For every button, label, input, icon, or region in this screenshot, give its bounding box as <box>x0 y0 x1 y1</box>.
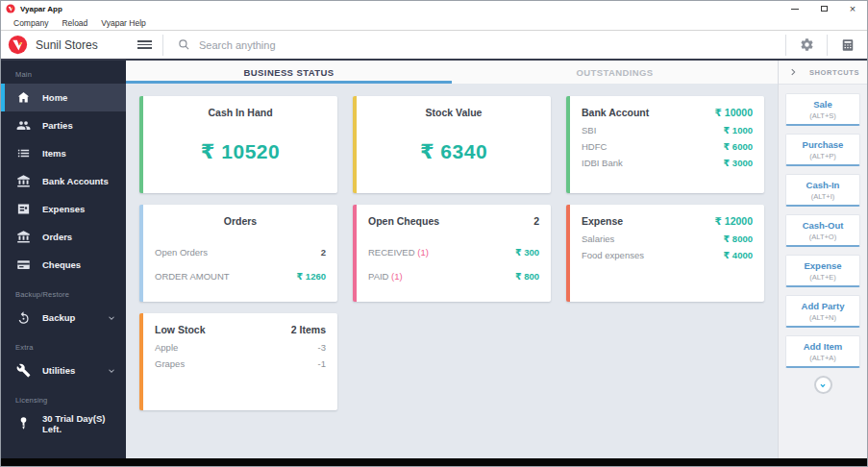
shortcuts-list: Sale (ALT+S) Purchase (ALT+P) Cash-In (A… <box>779 85 867 394</box>
shortcuts-title: SHORTCUTS <box>809 68 859 77</box>
low-stock-row: Grapes-1 <box>143 356 337 372</box>
shortcut-purchase-button[interactable]: Purchase (ALT+P) <box>785 134 860 166</box>
sidebar-item-label: Parties <box>42 120 73 131</box>
row-value: ₹ 300 <box>515 247 539 258</box>
sidebar-item-bank-accounts[interactable]: Bank Accounts <box>1 167 126 195</box>
sidebar-item-backup[interactable]: Backup <box>1 304 126 332</box>
row-label: HDFC <box>582 141 607 152</box>
card-orders[interactable]: Orders Open Orders2 ORDER AMOUNT₹ 1260 <box>139 205 337 302</box>
settings-gear-icon[interactable] <box>797 37 816 52</box>
row-value: ₹ 1000 <box>724 125 753 135</box>
row-label: SBI <box>582 125 596 135</box>
low-stock-count: 2 Items <box>291 324 326 335</box>
row-value: ₹ 4000 <box>724 250 753 260</box>
low-stock-row: Apple-3 <box>143 339 337 356</box>
divider <box>162 35 163 56</box>
row-label: PAID (1) <box>368 271 403 282</box>
shortcut-label: Cash-In <box>788 180 857 190</box>
cheque-row: PAID (1) ₹ 800 <box>357 264 551 288</box>
bank-icon <box>16 174 31 188</box>
row-label: Open Orders <box>155 247 208 258</box>
received-count: (1) <box>417 247 429 258</box>
tab-outstandings[interactable]: OUTSTANDINGS <box>452 61 778 84</box>
sidebar-section-backup: Backup/Restore <box>1 284 126 304</box>
sidebar-item-label: Items <box>42 148 66 159</box>
menu-vyapar-help[interactable]: Vyapar Help <box>101 18 145 28</box>
row-value: -1 <box>318 358 326 369</box>
cash-in-hand-value: ₹ 10520 <box>143 140 337 163</box>
sidebar-item-expenses[interactable]: Expenses <box>1 195 126 223</box>
sidebar-item-orders[interactable]: Orders <box>1 223 126 251</box>
sidebar-item-parties[interactable]: Parties <box>1 111 126 139</box>
app-body: Main Home Parties Items Bank Accounts Ex… <box>1 61 867 458</box>
card-title: Bank Account <box>582 107 649 118</box>
dashboard-cards: Cash In Hand ₹ 10520 Stock Value ₹ 6340 … <box>126 84 778 423</box>
close-button[interactable]: × <box>838 1 867 16</box>
shortcut-key: (ALT+S) <box>788 111 857 120</box>
sidebar-item-label: Orders <box>42 232 72 242</box>
parties-icon <box>16 118 31 133</box>
license-key-icon <box>16 416 31 430</box>
bank-row: HDFC₹ 6000 <box>570 138 764 155</box>
shortcut-key: (ALT+N) <box>788 313 857 322</box>
company-name: Sunil Stores <box>36 38 98 52</box>
shortcut-cash-in-button[interactable]: Cash-In (ALT+I) <box>785 174 860 207</box>
expenses-icon <box>16 202 31 216</box>
sidebar-item-items[interactable]: Items <box>1 139 126 167</box>
shortcut-cash-out-button[interactable]: Cash-Out (ALT+O) <box>785 214 860 247</box>
card-title: Orders <box>143 215 337 227</box>
card-expense[interactable]: Expense ₹ 12000 Salaries₹ 8000 Food expe… <box>566 205 764 302</box>
row-label: Grapes <box>155 358 185 369</box>
bank-row: IDBI Bank₹ 3000 <box>570 155 764 171</box>
menu-company[interactable]: Company <box>13 18 48 28</box>
sidebar-item-cheques[interactable]: Cheques <box>1 251 126 279</box>
maximize-button[interactable] <box>809 1 838 16</box>
window-controls: × <box>781 1 867 16</box>
search-input[interactable] <box>199 39 410 51</box>
menu-reload[interactable]: Reload <box>62 18 87 28</box>
shortcuts-more-button[interactable] <box>814 376 832 394</box>
minimize-button[interactable] <box>781 1 809 16</box>
company-logo-icon <box>8 35 28 55</box>
sidebar-item-label: Home <box>42 92 67 103</box>
bank-total-value: ₹ 10000 <box>715 107 753 118</box>
collapse-chevron-icon[interactable] <box>788 67 798 77</box>
shortcut-add-party-button[interactable]: Add Party (ALT+N) <box>785 295 860 328</box>
shortcut-expense-button[interactable]: Expense (ALT+E) <box>785 255 860 287</box>
left-sidebar: Main Home Parties Items Bank Accounts Ex… <box>1 61 126 458</box>
sidebar-item-label: Backup <box>42 312 75 323</box>
home-icon <box>16 90 31 105</box>
window-title: Vyapar App <box>20 5 62 13</box>
row-value: 2 <box>321 247 326 258</box>
stock-value-value: ₹ 6340 <box>357 140 551 163</box>
shortcut-add-item-button[interactable]: Add Item (ALT+A) <box>785 335 860 368</box>
shortcut-key: (ALT+A) <box>788 354 857 362</box>
app-window: Vyapar App × Company Reload Vyapar Help … <box>0 0 868 467</box>
sidebar-section-licensing: Licensing <box>1 390 126 409</box>
card-title: Stock Value <box>357 107 551 118</box>
sidebar-section-extra: Extra <box>1 337 126 356</box>
card-title: Expense <box>582 215 623 227</box>
card-title: Cash In Hand <box>143 107 337 118</box>
card-open-cheques[interactable]: Open Cheques 2 RECEIVED (1) ₹ 300 PAID (… <box>353 205 551 302</box>
sidebar-item-utilities[interactable]: Utilities <box>1 356 126 384</box>
card-stock-value[interactable]: Stock Value ₹ 6340 <box>353 96 551 193</box>
brand-block: Sunil Stores <box>1 35 128 55</box>
sidebar-item-home[interactable]: Home <box>1 84 126 111</box>
shortcut-label: Add Item <box>788 341 857 352</box>
row-value: -3 <box>318 342 326 353</box>
divider <box>785 35 786 56</box>
row-label: Apple <box>155 342 178 353</box>
card-cash-in-hand[interactable]: Cash In Hand ₹ 10520 <box>139 96 337 193</box>
row-value: ₹ 8000 <box>724 234 753 244</box>
search-bar <box>174 38 775 51</box>
card-low-stock[interactable]: Low Stock 2 Items Apple-3 Grapes-1 <box>139 313 337 410</box>
sidebar-item-trial[interactable]: 30 Trial Day(S) Left. <box>1 409 126 437</box>
card-bank-account[interactable]: Bank Account ₹ 10000 SBI₹ 1000 HDFC₹ 600… <box>566 96 764 193</box>
calculator-icon[interactable] <box>838 38 857 52</box>
cheque-row: RECEIVED (1) ₹ 300 <box>357 240 551 264</box>
shortcut-sale-button[interactable]: Sale (ALT+S) <box>785 93 860 126</box>
hamburger-menu-icon[interactable] <box>137 40 152 49</box>
card-title: Low Stock <box>155 324 206 335</box>
tab-label: BUSINESS STATUS <box>244 67 335 78</box>
